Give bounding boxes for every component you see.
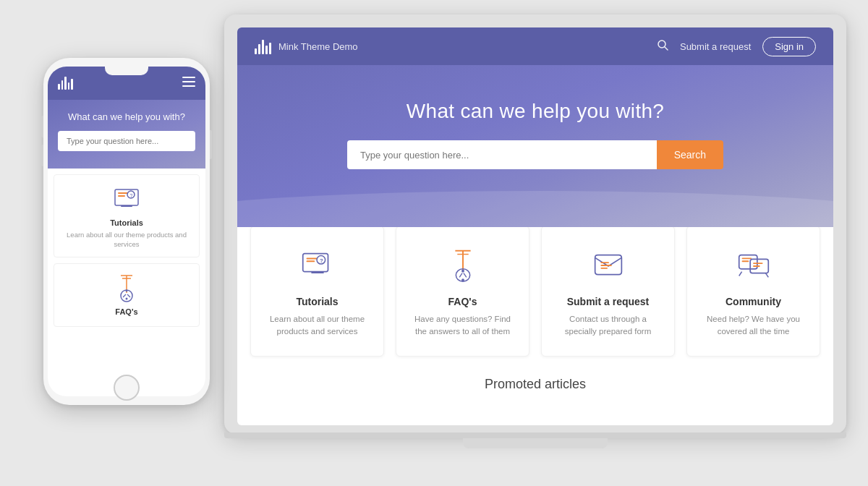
svg-point-32	[461, 278, 464, 281]
laptop-search-input[interactable]	[347, 140, 657, 169]
svg-rect-4	[118, 192, 128, 194]
svg-line-29	[459, 273, 462, 278]
phone-menu-icon[interactable]	[182, 77, 195, 90]
phone-logo	[58, 77, 73, 90]
tutorials-card-title: Tutorials	[263, 296, 372, 307]
svg-rect-37	[741, 257, 752, 259]
svg-line-14	[127, 294, 130, 297]
laptop-device: Mink Theme Demo Submit a request Sign in	[224, 14, 846, 448]
svg-rect-3	[115, 189, 138, 205]
laptop-brand-name: Mink Theme Demo	[278, 41, 358, 52]
svg-rect-20	[306, 257, 317, 259]
laptop-nav-left: Mink Theme Demo	[255, 38, 358, 54]
laptop-logo-icon	[255, 38, 271, 54]
svg-rect-8	[121, 205, 132, 207]
laptop-navbar: Mink Theme Demo Submit a request Sign in	[237, 27, 833, 65]
svg-rect-35	[600, 268, 608, 269]
tutorials-card-desc: Learn about all our theme products and s…	[263, 313, 372, 338]
laptop-base	[463, 438, 608, 448]
phone-hero-title: What can we help you with?	[58, 111, 195, 122]
phone-card-faq[interactable]: FAQ's	[54, 263, 200, 327]
svg-point-31	[461, 270, 464, 273]
faq-card-title: FAQ's	[408, 296, 517, 307]
svg-rect-41	[753, 265, 760, 267]
phone-notch	[105, 67, 148, 75]
phone-faq-title: FAQ's	[60, 307, 193, 316]
navbar-signin-button[interactable]: Sign in	[762, 37, 816, 56]
svg-rect-1	[182, 81, 195, 82]
phone-search-input[interactable]	[58, 131, 195, 151]
phone-home-button[interactable]	[114, 375, 140, 401]
svg-rect-24	[311, 272, 323, 273]
promoted-section: Promoted articles	[237, 362, 833, 406]
phone-card-tutorials[interactable]: ? Tutorials Learn about all our theme pr…	[54, 174, 200, 257]
laptop-card-tutorials[interactable]: ? Tutorials Learn about all our theme pr…	[250, 226, 384, 357]
submit-icon	[587, 244, 630, 287]
laptop-search-button[interactable]: Search	[657, 140, 723, 169]
tutorials-icon: ?	[296, 244, 339, 287]
svg-point-16	[126, 297, 128, 299]
phone-faq-icon	[111, 271, 142, 303]
phone-tutorials-desc: Learn about all our theme products and s…	[60, 230, 193, 250]
svg-point-15	[126, 289, 128, 291]
svg-text:?: ?	[130, 193, 133, 198]
submit-card-desc: Contact us through a specially prepared …	[553, 313, 663, 338]
community-card-desc: Need help? We have you covered all the t…	[699, 313, 808, 338]
laptop-hinge	[224, 432, 846, 438]
navbar-submit-link[interactable]: Submit a request	[680, 41, 751, 52]
laptop-hero: What can we help you with? Search	[237, 65, 833, 227]
laptop-outer: Mink Theme Demo Submit a request Sign in	[224, 14, 846, 434]
promoted-title: Promoted articles	[252, 377, 819, 392]
community-card-title: Community	[699, 296, 808, 307]
svg-rect-2	[182, 85, 195, 87]
laptop-cards-section: ? Tutorials Learn about all our theme pr…	[237, 220, 833, 362]
phone-tutorials-icon: ?	[111, 182, 142, 214]
laptop-hero-title: What can we help you with?	[255, 100, 816, 123]
phone-device: What can we help you with?	[43, 58, 210, 405]
phone-vol2-btn	[41, 145, 43, 166]
svg-rect-38	[741, 260, 749, 262]
phone-screen: What can we help you with?	[48, 67, 205, 396]
svg-rect-5	[118, 195, 125, 197]
phone-vol-btn	[41, 116, 43, 137]
laptop-nav-right: Submit a request Sign in	[657, 37, 816, 56]
community-icon	[732, 244, 775, 287]
svg-rect-34	[600, 265, 611, 266]
laptop-card-community[interactable]: Community Need help? We have you covered…	[686, 226, 820, 357]
phone-cards: ? Tutorials Learn about all our theme pr…	[48, 169, 205, 338]
phone-tutorials-title: Tutorials	[60, 218, 193, 227]
svg-rect-21	[306, 260, 315, 262]
phone-outer: What can we help you with?	[43, 58, 210, 405]
laptop-search-row: Search	[347, 140, 723, 169]
svg-rect-40	[753, 263, 763, 264]
svg-rect-0	[182, 77, 195, 78]
scene: What can we help you with?	[0, 0, 868, 486]
faq-card-desc: Have any questions? Find the answers to …	[408, 313, 517, 338]
laptop-screen: Mink Theme Demo Submit a request Sign in	[237, 27, 833, 425]
svg-line-30	[463, 273, 466, 278]
submit-card-title: Submit a request	[553, 296, 663, 307]
svg-line-13	[123, 294, 126, 297]
phone-hero: What can we help you with?	[48, 100, 205, 169]
laptop-card-faq[interactable]: FAQ's Have any questions? Find the answe…	[396, 226, 529, 357]
laptop-card-submit[interactable]: Submit a request Contact us through a sp…	[541, 226, 675, 357]
navbar-search-icon[interactable]	[657, 39, 668, 54]
phone-power-btn	[210, 130, 212, 159]
svg-text:?: ?	[319, 257, 323, 264]
svg-line-18	[665, 47, 668, 50]
faq-icon	[441, 244, 485, 287]
svg-rect-33	[600, 262, 609, 263]
